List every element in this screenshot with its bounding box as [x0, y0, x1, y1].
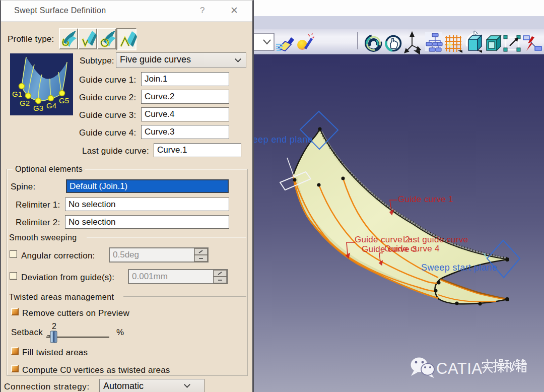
svg-text:G2: G2	[20, 99, 30, 107]
svg-text:Guide curve 2: Guide curve 2	[355, 235, 410, 244]
svg-text:G4: G4	[46, 101, 56, 110]
svg-text:G5: G5	[59, 96, 69, 105]
svg-text:G3: G3	[33, 104, 43, 112]
svg-text:Guide curve 4: Guide curve 4	[384, 244, 440, 253]
svg-text:Last guide curve: Last guide curve	[403, 235, 468, 244]
svg-text:G1: G1	[12, 90, 22, 98]
svg-text:Sweep start plane: Sweep start plane	[421, 263, 497, 273]
svg-text:Guide curve 1: Guide curve 1	[398, 194, 453, 204]
svg-text:CATIA: CATIA	[436, 360, 483, 377]
